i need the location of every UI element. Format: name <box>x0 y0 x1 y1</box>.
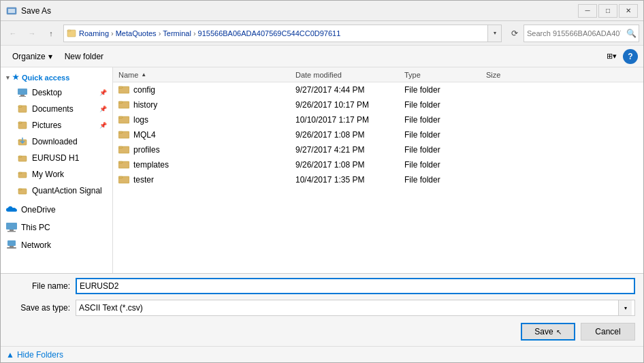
svg-rect-24 <box>7 247 16 249</box>
svg-rect-34 <box>118 146 123 148</box>
folder-icon <box>118 174 129 185</box>
cursor-icon: ↖ <box>556 328 562 336</box>
mywork-folder-icon <box>17 169 28 180</box>
breadcrumb-hash[interactable]: 915566BA06ADA407569C544CC0D97611 <box>198 29 341 37</box>
file-date: 9/26/2017 10:17 PM <box>290 100 399 110</box>
cancel-button[interactable]: Cancel <box>581 323 635 341</box>
search-icon[interactable]: 🔍 <box>624 25 639 42</box>
svg-rect-28 <box>118 101 123 104</box>
sidebar-item-thispc[interactable]: This PC <box>1 219 112 236</box>
pictures-icon <box>17 120 28 131</box>
col-date-header[interactable]: Date modified <box>290 71 399 79</box>
save-type-text: ASCII Text (*.csv) <box>79 303 618 313</box>
address-bar[interactable]: Roaming › MetaQuotes › Terminal › 915566… <box>63 25 502 42</box>
save-type-container[interactable]: ASCII Text (*.csv) ▾ <box>76 300 635 316</box>
table-row[interactable]: history 9/26/2017 10:17 PM File folder <box>113 97 643 112</box>
save-type-dropdown[interactable]: ▾ <box>618 300 632 315</box>
file-name-row: File name: <box>1 274 643 298</box>
help-button[interactable]: ? <box>623 49 638 64</box>
file-list-header: Name ▲ Date modified Type Size <box>113 67 643 82</box>
svg-rect-38 <box>118 176 123 178</box>
svg-rect-21 <box>7 231 16 232</box>
table-row[interactable]: tester 10/4/2017 1:35 PM File folder <box>113 172 643 187</box>
view-button[interactable]: ⊞▾ <box>602 48 620 65</box>
address-dropdown[interactable]: ▾ <box>487 25 501 42</box>
sidebar-item-quantaction[interactable]: QuantAction Signal <box>1 183 112 199</box>
file-name: tester <box>133 175 154 185</box>
save-button[interactable]: Save ↖ <box>521 323 575 341</box>
table-row[interactable]: profiles 9/27/2017 4:21 PM File folder <box>113 142 643 157</box>
svg-rect-30 <box>118 116 123 119</box>
svg-rect-3 <box>67 30 71 31</box>
sidebar-item-downloaded[interactable]: Downloaded <box>1 133 112 150</box>
svg-rect-14 <box>18 156 22 157</box>
sidebar-quick-access-header[interactable]: ▾ ★ Quick access <box>1 70 112 84</box>
file-date: 10/4/2017 1:35 PM <box>290 175 399 185</box>
quick-access-star-icon: ★ <box>12 73 19 82</box>
sidebar-item-documents[interactable]: Documents 📌 <box>1 101 112 117</box>
svg-rect-26 <box>118 86 123 89</box>
folder-icon <box>118 99 129 110</box>
file-name-cell: tester <box>113 174 290 185</box>
hide-folders-bar[interactable]: ▲ Hide Folders <box>1 346 643 362</box>
file-name-cell: profiles <box>113 144 290 155</box>
organize-button[interactable]: Organize ▾ <box>6 48 59 65</box>
svg-rect-12 <box>18 140 22 141</box>
documents-icon <box>17 104 28 114</box>
forward-button[interactable]: → <box>23 25 41 42</box>
refresh-button[interactable]: ⟳ <box>506 25 524 42</box>
table-row[interactable]: templates 9/26/2017 1:08 PM File folder <box>113 157 643 172</box>
col-size-header[interactable]: Size <box>481 71 535 79</box>
thispc-icon <box>6 222 17 233</box>
col-type-header[interactable]: Type <box>399 71 481 79</box>
file-name-cell: logs <box>113 114 290 125</box>
sidebar-quick-access-section: ▾ ★ Quick access Desktop 📌 <box>1 70 112 199</box>
breadcrumb-terminal[interactable]: Terminal <box>163 29 191 37</box>
svg-rect-18 <box>18 189 22 190</box>
svg-rect-32 <box>118 131 123 133</box>
title-bar: Save As ─ □ ✕ <box>1 1 643 21</box>
sidebar-item-desktop[interactable]: Desktop 📌 <box>1 84 112 101</box>
file-name: templates <box>133 160 169 170</box>
file-date: 9/27/2017 4:44 PM <box>290 85 399 95</box>
table-row[interactable]: logs 10/10/2017 1:17 PM File folder <box>113 112 643 127</box>
search-input[interactable] <box>524 29 624 37</box>
folder-icon <box>118 159 129 170</box>
file-name: logs <box>133 115 148 125</box>
file-type: File folder <box>399 130 481 140</box>
breadcrumb-roaming[interactable]: Roaming <box>79 29 109 37</box>
dialog-icon <box>6 5 17 16</box>
file-name: config <box>133 85 155 95</box>
sidebar-item-pictures[interactable]: Pictures 📌 <box>1 117 112 133</box>
table-row[interactable]: config 9/27/2017 4:44 PM File folder <box>113 82 643 97</box>
sidebar-item-eurusd[interactable]: EURUSD H1 <box>1 150 112 166</box>
svg-rect-6 <box>19 96 26 97</box>
sidebar-item-onedrive[interactable]: OneDrive <box>1 202 112 218</box>
file-name-input[interactable] <box>76 278 635 294</box>
col-name-header[interactable]: Name ▲ <box>113 71 290 79</box>
file-type: File folder <box>399 100 481 110</box>
new-folder-button[interactable]: New folder <box>59 48 110 65</box>
downloads-icon <box>17 136 28 147</box>
network-icon <box>6 240 17 251</box>
table-row[interactable]: MQL4 9/26/2017 1:08 PM File folder <box>113 127 643 142</box>
breadcrumb-metaquotes[interactable]: MetaQuotes <box>116 29 157 37</box>
chevron-icon: ▾ <box>6 74 10 81</box>
file-name: profiles <box>133 145 160 155</box>
save-as-label: Save as type: <box>9 303 70 313</box>
folder-icon <box>118 144 129 155</box>
back-button[interactable]: ← <box>4 25 22 42</box>
minimize-button[interactable]: ─ <box>578 4 597 18</box>
close-button[interactable]: ✕ <box>619 4 638 18</box>
search-box[interactable]: 🔍 <box>524 25 639 42</box>
sidebar-item-network[interactable]: Network <box>1 237 112 253</box>
content-area: ▾ ★ Quick access Desktop 📌 <box>1 67 643 273</box>
sidebar-item-mywork[interactable]: My Work <box>1 166 112 183</box>
file-name-cell: MQL4 <box>113 129 290 140</box>
quantaction-folder-icon <box>17 185 28 196</box>
svg-rect-8 <box>18 106 22 108</box>
maximize-button[interactable]: □ <box>598 4 617 18</box>
file-rows-container: config 9/27/2017 4:44 PM File folder his… <box>113 82 643 187</box>
desktop-icon <box>17 87 28 98</box>
up-button[interactable]: ↑ <box>42 25 60 42</box>
